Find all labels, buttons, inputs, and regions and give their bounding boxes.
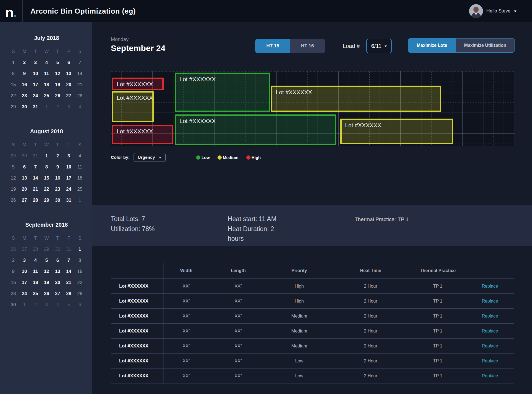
- calendar-day[interactable]: 11: [41, 68, 52, 79]
- calendar-day[interactable]: 14: [74, 68, 85, 79]
- calendar-day[interactable]: 26: [8, 244, 19, 255]
- calendar-day[interactable]: 14: [63, 266, 74, 277]
- calendar-day[interactable]: 29: [8, 101, 19, 112]
- calendar-day[interactable]: 13: [52, 266, 63, 277]
- calendar-day[interactable]: 30: [19, 101, 30, 112]
- replace-link[interactable]: Replace: [482, 344, 498, 348]
- calendar-day[interactable]: 9: [52, 161, 63, 172]
- calendar-day[interactable]: 16: [19, 79, 30, 90]
- lot-block-low[interactable]: Lot #XXXXXX: [175, 114, 336, 145]
- calendar-day[interactable]: 20: [52, 277, 63, 288]
- calendar-day[interactable]: 23: [19, 90, 30, 101]
- calendar-day[interactable]: 27: [52, 288, 63, 299]
- calendar-day[interactable]: 19: [8, 183, 19, 195]
- calendar-day[interactable]: 8: [8, 68, 19, 79]
- calendar-day[interactable]: 13: [63, 68, 74, 79]
- ht16-button[interactable]: HT 16: [290, 39, 325, 53]
- calendar-day[interactable]: 7: [30, 161, 41, 172]
- calendar-day[interactable]: 31: [30, 101, 41, 112]
- calendar-day[interactable]: 2: [52, 150, 63, 161]
- calendar-day[interactable]: 20: [63, 79, 74, 90]
- calendar-day[interactable]: 23: [52, 183, 63, 195]
- app-logo[interactable]: n .: [0, 0, 23, 22]
- calendar-day[interactable]: 2: [52, 101, 63, 112]
- calendar-day[interactable]: 3: [63, 150, 74, 161]
- calendar-day[interactable]: 15: [8, 79, 19, 90]
- calendar-day[interactable]: 6: [63, 57, 74, 68]
- lot-block-medium[interactable]: Lot #XXXXXX: [271, 86, 441, 112]
- lot-block-low[interactable]: Lot #XXXXXX: [175, 73, 270, 112]
- calendar-day[interactable]: 26: [52, 90, 63, 101]
- calendar-day[interactable]: 29: [41, 244, 52, 255]
- calendar-day[interactable]: 12: [52, 68, 63, 79]
- calendar-day[interactable]: 8: [74, 255, 85, 266]
- calendar-day[interactable]: 30: [19, 150, 30, 161]
- calendar-day[interactable]: 3: [63, 101, 74, 112]
- calendar-day[interactable]: 5: [8, 161, 19, 172]
- calendar-day[interactable]: 24: [19, 288, 30, 299]
- calendar-day[interactable]: 11: [30, 266, 41, 277]
- calendar-day[interactable]: 17: [30, 79, 41, 90]
- maximize-lots-button[interactable]: Maximize Lots: [408, 39, 456, 52]
- calendar-day[interactable]: 27: [63, 90, 74, 101]
- calendar-day[interactable]: 25: [30, 288, 41, 299]
- calendar-day[interactable]: 5: [41, 255, 52, 266]
- calendar-day[interactable]: 31: [63, 244, 74, 255]
- calendar-day[interactable]: 26: [41, 288, 52, 299]
- calendar-day[interactable]: 28: [30, 244, 41, 255]
- calendar-day[interactable]: 23: [8, 288, 19, 299]
- calendar-day[interactable]: 30: [52, 195, 63, 206]
- calendar-day[interactable]: 19: [52, 79, 63, 90]
- calendar-day[interactable]: 10: [63, 161, 74, 172]
- calendar-day[interactable]: 31: [63, 195, 74, 206]
- calendar-day[interactable]: 29: [74, 288, 85, 299]
- calendar-day[interactable]: 7: [74, 57, 85, 68]
- calendar-day[interactable]: 4: [74, 150, 85, 161]
- load-select[interactable]: 6/11 ▼: [366, 39, 392, 53]
- calendar-day[interactable]: 30: [8, 299, 19, 310]
- calendar-day[interactable]: 21: [63, 277, 74, 288]
- calendar-day[interactable]: 1: [8, 57, 19, 68]
- calendar-day[interactable]: 9: [19, 68, 30, 79]
- lot-block-medium[interactable]: Lot #XXXXXX: [340, 119, 453, 144]
- calendar-day[interactable]: 29: [8, 150, 19, 161]
- calendar-day[interactable]: 15: [41, 172, 52, 183]
- calendar-day[interactable]: 14: [30, 172, 41, 183]
- calendar-day[interactable]: 21: [30, 183, 41, 195]
- calendar-day[interactable]: 1: [74, 244, 85, 255]
- calendar-day[interactable]: 15: [74, 266, 85, 277]
- calendar-day[interactable]: 20: [19, 183, 30, 195]
- calendar-day[interactable]: 9: [8, 266, 19, 277]
- calendar-day[interactable]: 5: [52, 57, 63, 68]
- calendar-day[interactable]: 21: [74, 79, 85, 90]
- calendar-day[interactable]: 22: [8, 90, 19, 101]
- calendar-day[interactable]: 12: [8, 172, 19, 183]
- calendar-day[interactable]: 3: [19, 255, 30, 266]
- calendar-day[interactable]: 13: [19, 172, 30, 183]
- calendar-day[interactable]: 28: [74, 90, 85, 101]
- calendar-day[interactable]: 28: [63, 288, 74, 299]
- calendar-day[interactable]: 22: [74, 277, 85, 288]
- calendar-day[interactable]: 31: [30, 150, 41, 161]
- calendar-day[interactable]: 24: [30, 90, 41, 101]
- calendar-day[interactable]: 30: [52, 244, 63, 255]
- calendar-day[interactable]: 26: [8, 195, 19, 206]
- calendar-day[interactable]: 25: [74, 183, 85, 195]
- replace-link[interactable]: Replace: [482, 373, 498, 378]
- lot-block-high[interactable]: Lot #XXXXXX: [112, 78, 164, 90]
- calendar-day[interactable]: 2: [19, 57, 30, 68]
- calendar-day[interactable]: 3: [41, 299, 52, 310]
- replace-link[interactable]: Replace: [482, 299, 498, 303]
- calendar-day[interactable]: 5: [63, 299, 74, 310]
- calendar-day[interactable]: 4: [30, 255, 41, 266]
- calendar-day[interactable]: 19: [41, 277, 52, 288]
- calendar-day[interactable]: 18: [74, 172, 85, 183]
- lot-block-high[interactable]: Lot #XXXXXX: [112, 125, 173, 144]
- replace-link[interactable]: Replace: [482, 359, 498, 363]
- calendar-day[interactable]: 18: [41, 79, 52, 90]
- calendar-day[interactable]: 1: [41, 150, 52, 161]
- calendar-day[interactable]: 17: [19, 277, 30, 288]
- calendar-day[interactable]: 4: [41, 57, 52, 68]
- calendar-day[interactable]: 24: [63, 183, 74, 195]
- color-by-select[interactable]: Urgency ▼: [134, 153, 166, 162]
